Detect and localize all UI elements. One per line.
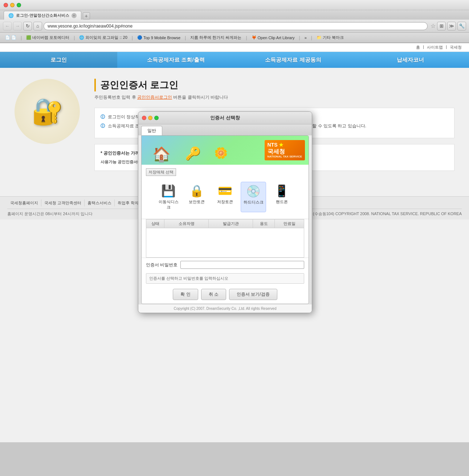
password-input[interactable] <box>180 261 304 269</box>
modal-zoom-btn[interactable] <box>154 116 159 120</box>
bookmark-star[interactable]: ☆ <box>431 22 436 29</box>
bookmark-openclipart-icon: 🦊 <box>252 35 257 40</box>
nts-label: NTS ★ <box>268 142 302 148</box>
cert-select-dialog: 인증서 선택창 일반 🏠 🔑 🌼 NTS ★ 국세청 <box>138 111 312 313</box>
cert-login-title: 공인인증서 로그인 <box>94 79 454 91</box>
col-expiry: 만료일 <box>275 219 304 228</box>
footer-hours: 홈페이지 운영시간은 08시부터 24시까지 입니다 <box>7 211 93 217</box>
storage-items: 💾 이동식디스크 🔒 보안토큰 💳 저장토큰 <box>146 179 304 215</box>
bookmark-openclipart[interactable]: 🦊 Open Clip Art Library <box>249 34 297 41</box>
website-content: 홈 | 사이트맵 | 국세청 로그인 소득공제자료 조회/출력 소득공제자료 제… <box>0 43 469 442</box>
banner-key-icon: 🔑 <box>185 146 201 161</box>
menu-btn[interactable]: ≫ <box>447 22 456 30</box>
back-button[interactable]: ← <box>3 22 12 30</box>
bookmark-4[interactable]: 지름 하루에 한가지 싸게파는 <box>188 34 244 41</box>
traffic-lights <box>4 3 21 7</box>
bookmark-other[interactable]: 📁 기타 북마크 <box>314 34 346 41</box>
header-nts-link[interactable]: 국세청 <box>450 45 462 50</box>
cert-login-desc: 주민등록번호 입력 후 공인인증서로그인 버튼을 클릭하시기 바랍니다 <box>94 94 454 100</box>
forward-button[interactable]: → <box>13 22 22 30</box>
col-purpose: 용도 <box>253 219 275 228</box>
nts-korean: 국세청 <box>268 148 302 155</box>
banner-house-icon: 🏠 <box>152 146 171 163</box>
password-row: 인증서 비밀번호 <box>142 258 309 272</box>
tab-bar: 🌐 로그인-연말정산간소화서비스 × + <box>0 10 469 20</box>
view-cert-button[interactable]: 인증서 보기/검증 <box>229 289 277 300</box>
storage-label: 저장매체 선택 <box>146 168 176 176</box>
modal-tab-general[interactable]: 일반 <box>141 126 162 135</box>
phone-icon: 📱 <box>274 184 289 198</box>
tab-close-btn[interactable]: × <box>72 13 77 18</box>
tab-favicon: 🌐 <box>8 13 14 18</box>
nts-logo: NTS ★ 국세청 NATIONAL TAX SERVICE <box>265 140 305 160</box>
modal-tabs: 일반 <box>138 124 312 135</box>
col-status: 상태 <box>146 219 164 228</box>
cancel-button[interactable]: 취 소 <box>201 289 226 300</box>
tools-btn[interactable]: 🔧 <box>457 22 466 30</box>
bookmark-3[interactable]: 🔵 Top 9 Mobile Browse <box>135 34 183 41</box>
hdd-icon: 💿 <box>246 184 261 198</box>
status-message: 인증서를 선택하고 비밀번호를 입력하십시오 <box>146 273 304 284</box>
home-button[interactable]: ⌂ <box>33 22 42 30</box>
header-home-link[interactable]: 홈 <box>416 45 420 50</box>
nav-provide[interactable]: 소득공제자료 제공동의 <box>234 52 352 68</box>
header-sep2: | <box>446 45 447 50</box>
address-bar[interactable]: www.yesone.go.kr/login/raeaw004.jsp#none <box>44 22 428 30</box>
col-issuer: 발급기관 <box>209 219 253 228</box>
hdd-label: 하드디스크 <box>244 200 264 205</box>
bookmark-page-label: 📄 <box>11 35 16 40</box>
storage-item-removable[interactable]: 💾 이동식디스크 <box>156 182 181 212</box>
bookmark-folder-icon: 📁 <box>317 35 322 40</box>
modal-body: 🏠 🔑 🌼 NTS ★ 국세청 NATIONAL TAX SERVICE 저장매… <box>141 135 309 304</box>
bookmark-naver[interactable]: 🟩 네이버랩 포토에디터 <box>24 34 72 41</box>
new-tab-btn[interactable]: + <box>83 12 90 20</box>
bookmark-page-icon: 📄 <box>5 35 10 40</box>
cert-table: 상태 소유자명 발급기관 용도 만료일 <box>146 219 304 258</box>
modal-buttons: 확 인 취 소 인증서 보기/검증 <box>142 285 309 304</box>
footer-nav-nts[interactable]: 국세청홈페이지 <box>7 200 41 206</box>
modal-traffic-lights <box>142 116 159 120</box>
storage-select: 저장매체 선택 💾 이동식디스크 🔒 보안토큰 💳 <box>142 165 309 219</box>
header-sitemap-link[interactable]: 사이트맵 <box>427 45 443 50</box>
cert-login-link[interactable]: 공인인증서로그인 <box>137 95 172 100</box>
bookmark-page-btn[interactable]: 📄 📄 <box>3 34 19 41</box>
bookmark-2-icon: 🌐 <box>79 35 84 40</box>
cert-desc-text1: 주민등록번호 입력 후 <box>94 95 137 100</box>
storage-item-security-token[interactable]: 🔒 보안토큰 <box>184 182 209 212</box>
usage-cert-label: 사용가능 공인인증서 <box>101 159 138 165</box>
tab-title: 로그인-연말정산간소화서비스 <box>16 13 69 18</box>
nav-login[interactable]: 로그인 <box>0 52 117 68</box>
bookmark-openclipart-label: Open Clip Art Library <box>258 36 295 40</box>
site-nav-menu: 로그인 소득공제자료 조회/출력 소득공제자료 제공동의 납세자코너 <box>0 52 469 68</box>
reload-button[interactable]: ↻ <box>23 22 32 30</box>
bookmark-2[interactable]: 🌐 외이잊의 로그파일 :: 20 <box>77 34 130 41</box>
nav-taxpayer[interactable]: 납세자코너 <box>352 52 469 68</box>
confirm-button[interactable]: 확 인 <box>173 289 198 300</box>
modal-footer: Copyright (C) 2007. DreamSecurity Co. ,L… <box>138 304 312 313</box>
storage-item-phone[interactable]: 📱 핸드폰 <box>269 182 294 212</box>
main-content: 🔐 공인인증서 로그인 주민등록번호 입력 후 공인인증서로그인 버튼을 클릭하… <box>0 68 469 196</box>
storage-item-smart-card[interactable]: 💳 저장토큰 <box>212 182 238 212</box>
minimize-button[interactable] <box>10 3 15 7</box>
modal-minimize-btn[interactable] <box>148 116 152 120</box>
bookmarks-bar: 📄 📄 | 🟩 네이버랩 포토에디터 | 🌐 외이잊의 로그파일 :: 20 |… <box>0 33 469 43</box>
close-button[interactable] <box>4 3 8 7</box>
footer-nav-cs[interactable]: 국세청 고객만족센터 <box>41 200 85 206</box>
browser-chrome: 🌐 로그인-연말정산간소화서비스 × + ← → ↻ ⌂ www.yesone.… <box>0 0 469 43</box>
nav-inquiry[interactable]: 소득공제자료 조회/출력 <box>117 52 234 68</box>
bookmark-more[interactable]: » <box>302 35 309 41</box>
nav-bar: ← → ↻ ⌂ www.yesone.go.kr/login/raeaw004.… <box>0 20 469 33</box>
storage-item-hdd[interactable]: 💿 하드디스크 <box>241 182 266 212</box>
info-bullet-2: ⓘ <box>101 123 105 129</box>
address-text: www.yesone.go.kr/login/raeaw004.jsp#none <box>48 24 132 29</box>
footer-nav-hometax[interactable]: 홈택스서비스 <box>85 200 115 206</box>
cert-table-body <box>146 228 304 257</box>
extensions-btn[interactable]: ⊞ <box>437 22 446 30</box>
modal-close-btn[interactable] <box>142 116 146 120</box>
site-header: 홈 | 사이트맵 | 국세청 <box>0 43 469 52</box>
bookmark-other-label: 기타 북마크 <box>323 35 344 40</box>
security-token-label: 보안토큰 <box>189 199 205 205</box>
active-tab[interactable]: 🌐 로그인-연말정산간소화서비스 × <box>4 11 81 20</box>
maximize-button[interactable] <box>17 3 21 7</box>
password-label: 인증서 비밀번호 <box>146 262 178 268</box>
